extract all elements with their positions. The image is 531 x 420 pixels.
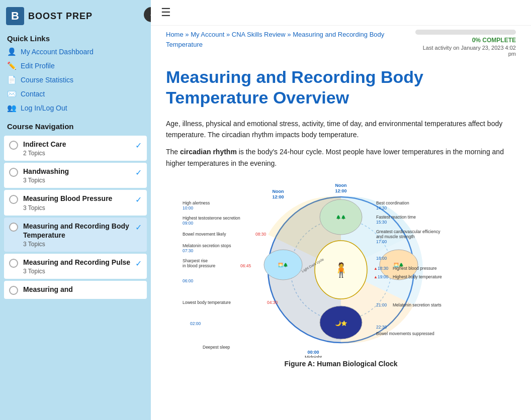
figure-caption: Figure A: Human Biological Clock (284, 360, 397, 368)
svg-text:06:00: 06:00 (183, 278, 194, 283)
nav-circle-pulse (9, 259, 18, 268)
quick-link-my-account[interactable]: 👤 My Account Dashboard (0, 45, 151, 59)
main-toolbar: ☰ (151, 0, 531, 26)
svg-text:15:30: 15:30 (376, 220, 387, 225)
svg-text:21:00: 21:00 (376, 302, 387, 307)
page-title: Measuring and Recording Body Temperature… (166, 67, 516, 108)
nav-title-handwashing: Handwashing (23, 167, 131, 176)
svg-text:High alertness: High alertness (183, 200, 210, 205)
main-body: Measuring and Recording Body Temperature… (151, 57, 531, 388)
circadian-diagram: 🌲🌲 🌅🌲 🧍 🌅🌲 🌙⭐ Light Dark cycle Noon 12:0 (166, 177, 516, 368)
course-nav-label: Course Navigation (0, 115, 151, 134)
svg-text:Highest testosterone secretion: Highest testosterone secretion (183, 216, 240, 221)
quick-link-contact[interactable]: ✉️ Contact (0, 87, 151, 101)
svg-text:Melatonin secretion starts: Melatonin secretion starts (393, 302, 441, 307)
course-stats-icon: 📄 (7, 75, 17, 84)
nav-item-body-temp[interactable]: Measuring and Recording Body Temperature… (4, 218, 147, 252)
svg-text:02:00: 02:00 (190, 321, 201, 326)
chevron-down-icon: ✓ (135, 195, 142, 204)
svg-text:Sharpest rise: Sharpest rise (183, 258, 208, 263)
progress-label: 0% COMPLETE (415, 37, 516, 44)
svg-text:in blood pressure: in blood pressure (183, 263, 215, 268)
svg-text:Noon: Noon (273, 189, 284, 194)
nav-subtitle-blood-pressure: 3 Topics (23, 204, 131, 212)
nav-title-measuring-and: Measuring and (23, 285, 142, 294)
chevron-down-icon: ✓ (135, 259, 142, 268)
nav-title-pulse: Measuring and Recording Pulse (23, 258, 131, 267)
nav-subtitle-body-temp: 3 Topics (23, 241, 131, 248)
svg-text:18:00: 18:00 (376, 256, 387, 261)
quick-links-label: Quick Links (0, 30, 151, 45)
nav-item-handwashing[interactable]: Handwashing 3 Topics ✓ (4, 163, 147, 188)
svg-text:17:00: 17:00 (376, 239, 387, 244)
course-nav-list: Indirect Care 2 Topics ✓ Handwashing 3 T… (0, 136, 151, 299)
login-logout-icon: 👥 (7, 103, 17, 113)
contact-icon: ✉️ (7, 89, 17, 98)
quick-link-login-logout-label: Log In/Log Out (21, 104, 67, 112)
main-header: Home » My Account » CNA Skills Review » … (151, 26, 531, 57)
svg-text:09:00: 09:00 (183, 221, 194, 226)
svg-text:Greatest cardiovascular effici: Greatest cardiovascular efficiency (376, 229, 440, 234)
svg-text:Deepest sleep: Deepest sleep (203, 345, 230, 350)
breadcrumb-text[interactable]: Home » My Account » CNA Skills Review » … (166, 31, 384, 48)
circadian-paragraph: The circadian rhythm is the body's 24-ho… (166, 146, 516, 169)
svg-text:🌅🌲: 🌅🌲 (278, 262, 288, 267)
svg-text:12:00: 12:00 (272, 194, 284, 199)
progress-bar-container (415, 30, 516, 35)
nav-item-pulse[interactable]: Measuring and Recording Pulse 3 Topics ✓ (4, 254, 147, 279)
quick-link-course-stats[interactable]: 📄 Course Statistics (0, 73, 151, 87)
svg-text:08:30: 08:30 (255, 232, 267, 237)
nav-title-indirect-care: Indirect Care (23, 140, 131, 149)
svg-text:22:30: 22:30 (376, 325, 387, 330)
progress-area: 0% COMPLETE Last activity on January 23,… (415, 30, 516, 57)
chevron-down-icon: ✓ (135, 223, 142, 232)
intro-paragraph: Age, illness, physical and emotional str… (166, 118, 516, 141)
para2-before: The (166, 148, 180, 156)
svg-text:▲: ▲ (374, 266, 378, 271)
quick-link-edit-profile[interactable]: ✏️ Edit Profile (0, 59, 151, 73)
svg-text:06:45: 06:45 (240, 263, 251, 268)
chevron-down-icon: ✓ (135, 168, 142, 177)
svg-text:🧍: 🧍 (332, 262, 350, 278)
svg-text:Best coordination: Best coordination (376, 200, 409, 205)
quick-links-list: 👤 My Account Dashboard ✏️ Edit Profile 📄… (0, 45, 151, 115)
nav-subtitle-handwashing: 3 Topics (23, 177, 131, 184)
svg-text:Fastest reaction time: Fastest reaction time (376, 215, 416, 220)
logo-box: B (6, 7, 24, 25)
nav-circle-indirect-care (9, 141, 18, 150)
svg-text:Bowel movements suppressed: Bowel movements suppressed (376, 331, 434, 336)
circadian-clock-svg: 🌲🌲 🌅🌲 🧍 🌅🌲 🌙⭐ Light Dark cycle Noon 12:0 (178, 177, 504, 358)
svg-text:19:00: 19:00 (378, 274, 389, 279)
logo-letter: B (11, 10, 19, 23)
edit-profile-icon: ✏️ (7, 61, 17, 70)
svg-text:Noon: Noon (335, 183, 347, 188)
nav-circle-body-temp (9, 223, 18, 232)
nav-item-blood-pressure[interactable]: Measuring Blood Pressure 3 Topics ✓ (4, 190, 147, 215)
svg-text:Highest body temperature: Highest body temperature (393, 274, 442, 279)
svg-text:12:00: 12:00 (335, 188, 346, 193)
nav-title-body-temp: Measuring and Recording Body Temperature (23, 222, 131, 240)
nav-item-indirect-care[interactable]: Indirect Care 2 Topics ✓ (4, 136, 147, 161)
svg-text:🌲🌲: 🌲🌲 (336, 215, 346, 220)
quick-link-course-stats-label: Course Statistics (21, 76, 73, 84)
svg-text:🌙⭐: 🌙⭐ (335, 320, 347, 327)
svg-text:▲: ▲ (374, 275, 378, 279)
nav-circle-blood-pressure (9, 195, 18, 204)
svg-text:07:30: 07:30 (183, 248, 194, 253)
hamburger-menu-icon[interactable]: ☰ (161, 6, 171, 19)
nav-subtitle-pulse: 3 Topics (23, 268, 131, 275)
logo-text: BOOST PREP (28, 11, 93, 22)
svg-text:14:30: 14:30 (376, 205, 387, 211)
svg-text:00:00: 00:00 (307, 350, 319, 355)
svg-text:Lowest body temperature: Lowest body temperature (183, 300, 231, 305)
svg-text:18:30: 18:30 (378, 266, 389, 271)
svg-text:Melatonin secretion stops: Melatonin secretion stops (183, 243, 231, 248)
chevron-down-icon: ✓ (135, 141, 142, 150)
quick-link-login-logout[interactable]: 👥 Log In/Log Out (0, 101, 151, 115)
nav-item-measuring-and[interactable]: Measuring and (4, 281, 147, 299)
main-content-area: ☰ Home » My Account » CNA Skills Review … (151, 0, 531, 420)
nav-title-blood-pressure: Measuring Blood Pressure (23, 194, 131, 203)
svg-text:10:00: 10:00 (183, 205, 194, 211)
sidebar-logo: B BOOST PREP (0, 0, 151, 30)
para2-bold: circadian rhythm (180, 148, 237, 156)
